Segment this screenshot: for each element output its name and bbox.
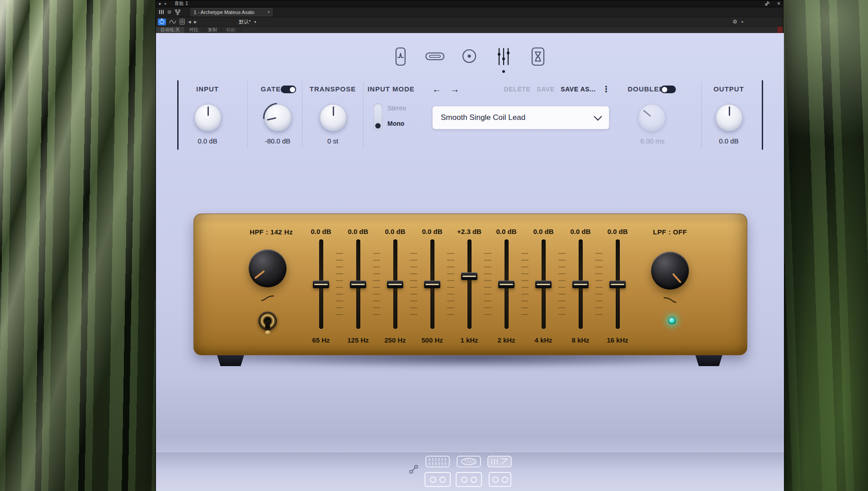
tab-eq-icon[interactable] (494, 45, 514, 68)
band-slider[interactable] (393, 239, 397, 329)
band-slider[interactable] (356, 239, 360, 329)
band-slider[interactable] (430, 239, 434, 329)
band-slider-handle[interactable] (424, 281, 440, 288)
tab-effects-icon[interactable] (528, 45, 548, 68)
gate-toggle[interactable] (281, 86, 296, 93)
pin-window-icon[interactable] (764, 0, 770, 7)
eq-band: 0.0 dB2 kHz (488, 228, 525, 346)
host-preset-dropdown[interactable]: 默认* ▾ (213, 19, 281, 25)
preset-name: Smooth Single Coil Lead (441, 113, 525, 122)
preset-back-button[interactable]: ← (428, 83, 446, 95)
close-button[interactable]: × (777, 0, 780, 7)
routing-icon[interactable] (175, 7, 181, 17)
host-preset-row: ◀ ▶ 默认* ▾ ⚙ ▾ (156, 17, 783, 26)
band-slider[interactable] (319, 239, 323, 329)
window-titlebar[interactable]: ▾ + 音轨 1 × (156, 0, 783, 7)
band-slider-handle[interactable] (535, 281, 552, 288)
host-action-row: 自动化:关 对比 复制 粘贴 (156, 26, 783, 33)
input-mode-stereo[interactable]: Stereo (387, 105, 406, 113)
band-freq-label: 500 Hz (414, 336, 451, 344)
band-slider-handle[interactable] (609, 281, 626, 288)
band-slider[interactable] (467, 239, 472, 329)
band-slider[interactable] (505, 239, 509, 329)
gear-icon[interactable]: ⚙ (732, 17, 737, 26)
paste-button[interactable]: 粘贴 (222, 27, 241, 33)
preset-menu-button[interactable]: ⋮ (602, 84, 611, 95)
chevron-down-icon: ▾ (254, 20, 256, 24)
doubler-knob[interactable] (638, 104, 665, 131)
eq-band: 0.0 dB250 Hz (377, 228, 414, 346)
previous-preset-icon[interactable]: ◀ (188, 17, 191, 26)
signal-chain-icon[interactable] (408, 464, 419, 475)
band-freq-label: 250 Hz (377, 336, 414, 344)
transpose-value: 0 st (306, 137, 360, 145)
output-knob[interactable] (716, 104, 743, 131)
footswitch-box-2[interactable] (456, 472, 482, 487)
save-as-button[interactable]: SAVE AS... (551, 86, 605, 94)
slot-pedalboard-icon[interactable] (425, 456, 450, 467)
host-preset-label: 默认* (239, 19, 250, 25)
automation-button[interactable]: 自动化:关 (156, 27, 185, 33)
band-freq-label: 1 kHz (451, 336, 488, 344)
input-mode-label: INPUT MODE (359, 85, 423, 93)
band-slider-handle[interactable] (498, 281, 514, 288)
output-label: OUTPUT (702, 85, 756, 93)
eq-band: 0.0 dB125 Hz (340, 228, 377, 346)
footswitch-box-1[interactable] (425, 472, 451, 487)
band-slider-handle[interactable] (461, 272, 477, 280)
input-mode-toggle[interactable] (373, 103, 382, 131)
desktop: ▾ + 音轨 1 × ⊘ 1 - Archetype Mateus Asato (0, 0, 868, 491)
hpf-knob[interactable] (249, 249, 287, 287)
band-slider[interactable] (542, 239, 546, 329)
plugin-power-button[interactable] (158, 19, 166, 25)
slot-amp-icon[interactable] (457, 456, 481, 467)
input-knob[interactable] (194, 104, 222, 131)
eq-power-switch[interactable] (258, 311, 278, 339)
preset-dropdown[interactable]: Smooth Single Coil Lead (432, 106, 609, 129)
toggle-knob (375, 123, 381, 129)
chevron-down-icon[interactable]: ▾ (741, 17, 743, 26)
next-preset-icon[interactable]: ▶ (194, 17, 197, 26)
eq-bands: 0.0 dB65 Hz0.0 dB125 Hz0.0 dB250 Hz0.0 d… (302, 228, 636, 346)
tab-cab-icon[interactable] (459, 45, 479, 68)
band-gain-label: 0.0 dB (302, 228, 340, 235)
band-slider-handle[interactable] (313, 281, 329, 288)
band-freq-label: 16 kHz (599, 336, 636, 344)
input-label: INPUT (180, 85, 235, 93)
band-slider[interactable] (579, 239, 583, 329)
channel-strip-icon[interactable] (159, 7, 164, 17)
slot-eq-icon[interactable] (487, 456, 512, 467)
band-gain-label: 0.0 dB (562, 228, 599, 235)
plugin-selector-dropdown[interactable]: 1 - Archetype Mateus Asato ▾ (190, 8, 273, 16)
copy-button[interactable]: 复制 (203, 27, 222, 33)
preset-forward-button[interactable]: → (446, 83, 464, 95)
tab-pedal-icon[interactable] (391, 45, 410, 68)
doubler-toggle[interactable] (660, 86, 676, 93)
transpose-knob[interactable] (320, 104, 347, 131)
hpf-slope-icon (260, 295, 275, 304)
input-mode-mono[interactable]: Mono (387, 120, 404, 128)
knob-pointer (333, 106, 334, 116)
section-nav (391, 45, 550, 72)
band-freq-label: 125 Hz (340, 336, 377, 344)
band-slider[interactable] (616, 239, 620, 329)
panel-handle[interactable] (778, 27, 783, 33)
band-gain-label: 0.0 dB (488, 228, 525, 235)
gate-knob[interactable] (264, 104, 292, 131)
band-slider-handle[interactable] (350, 281, 366, 288)
preset-list-icon[interactable] (179, 17, 185, 26)
bypass-icon[interactable]: ⊘ (167, 7, 171, 17)
add-track-icon[interactable]: + (164, 0, 167, 7)
tab-amp-icon[interactable] (425, 45, 445, 68)
collapse-icon[interactable]: ▾ (159, 0, 161, 7)
band-slider-handle[interactable] (572, 281, 589, 288)
plugin-ui: INPUT 0.0 dB GATE -80.0 dB TRANSPOSE 0 s… (156, 33, 784, 491)
compare-button[interactable]: 对比 (185, 27, 203, 33)
footswitch-box-3[interactable] (489, 472, 511, 487)
active-section-dot (502, 70, 505, 73)
toggle-knob (662, 87, 667, 92)
band-slider-handle[interactable] (387, 281, 403, 288)
lpf-knob[interactable] (651, 252, 689, 290)
curve-icon[interactable] (169, 17, 176, 26)
band-freq-label: 2 kHz (488, 336, 525, 344)
